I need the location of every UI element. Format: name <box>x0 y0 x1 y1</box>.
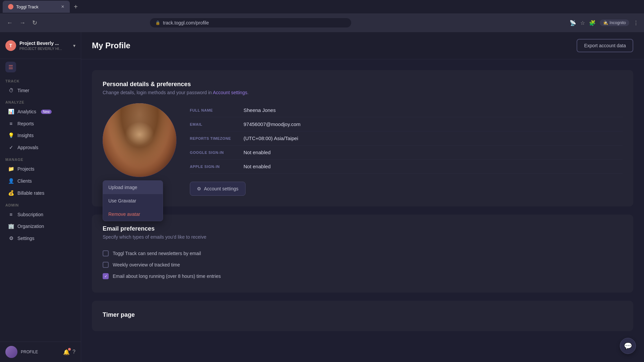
upload-image-option[interactable]: Upload image <box>103 181 163 194</box>
back-button[interactable]: ← <box>5 18 14 28</box>
sidebar-item-settings[interactable]: ⚙ Settings <box>3 233 78 244</box>
organization-icon: 🏢 <box>8 223 14 229</box>
timezone-value: (UTC+08:00) Asia/Taipei <box>244 135 623 141</box>
sidebar-footer: PROFILE 🔔 ? <box>0 342 81 362</box>
newsletter-checkbox[interactable] <box>103 250 109 256</box>
timezone-label: REPORTS TIMEZONE <box>190 136 244 140</box>
sidebar-item-projects[interactable]: 📁 Projects <box>3 163 78 175</box>
profile-label: PROFILE <box>21 350 38 354</box>
new-tab-button[interactable]: + <box>71 2 80 12</box>
tab-title: Toggl Track <box>16 4 38 9</box>
remove-avatar-option[interactable]: Remove avatar <box>103 207 163 221</box>
footer-icons: 🔔 ? <box>63 349 75 355</box>
address-bar[interactable]: 🔒 track.toggl.com/profile <box>150 18 351 27</box>
sidebar-item-analytics[interactable]: 📊 Analytics New <box>3 106 78 117</box>
toggle-sidebar-button[interactable]: ☰ <box>5 62 16 72</box>
chat-icon: 💬 <box>624 342 632 350</box>
timer-label: Timer <box>17 88 29 93</box>
refresh-button[interactable]: ↻ <box>31 18 39 28</box>
approvals-icon: ✓ <box>8 144 14 150</box>
settings-icon: ⚙ <box>8 235 14 241</box>
approvals-label: Approvals <box>17 145 38 150</box>
profile-fields: FULL NAME Sheena Jones EMAIL 97456007@mo… <box>190 103 623 196</box>
address-text: track.toggl.com/profile <box>163 20 209 25</box>
weekly-overview-checkbox-row: Weekly overview of tracked time <box>103 259 623 270</box>
email-label: EMAIL <box>190 122 244 126</box>
notification-bell-icon[interactable]: 🔔 <box>63 349 70 355</box>
extensions-icon[interactable]: 🧩 <box>589 20 596 26</box>
sidebar-item-organization[interactable]: 🏢 Organization <box>3 221 78 232</box>
personal-details-section: Personal details & preferences Change de… <box>92 70 633 206</box>
sidebar: T Project Beverly ... PROJECT BEVERLY HI… <box>0 32 81 362</box>
admin-section-label: ADMIN <box>0 199 81 208</box>
apple-signin-label: APPLE SIGN-IN <box>190 165 244 169</box>
menu-button[interactable]: ⋮ <box>633 20 639 26</box>
email-prefs-subtitle: Specify which types of emails you'd like… <box>103 234 623 240</box>
avatar-area: Upload image Use Gravatar Remove avatar <box>103 103 176 177</box>
long-running-checkbox-row: ✓ Email about long running (over 8 hours… <box>103 270 623 282</box>
sidebar-item-clients[interactable]: 👤 Clients <box>3 175 78 187</box>
browser-toolbar: ← → ↻ 🔒 track.toggl.com/profile 📡 ☆ 🧩 🕵 … <box>0 13 644 32</box>
billable-icon: 💰 <box>8 190 14 196</box>
projects-label: Projects <box>17 166 35 172</box>
security-icon: 🔒 <box>155 20 160 25</box>
use-gravatar-option[interactable]: Use Gravatar <box>103 194 163 207</box>
sidebar-item-billable[interactable]: 💰 Billable rates <box>3 187 78 199</box>
sidebar-header: T Project Beverly ... PROJECT BEVERLY HI… <box>0 32 81 59</box>
projects-icon: 📁 <box>8 166 14 172</box>
newsletter-label: Toggl Track can send newsletters by emai… <box>113 251 201 256</box>
sidebar-item-approvals[interactable]: ✓ Approvals <box>3 142 78 153</box>
avatar-large[interactable] <box>103 103 176 177</box>
active-tab[interactable]: Toggl Track ✕ <box>3 1 70 13</box>
full-name-value: Sheena Jones <box>244 107 623 113</box>
timezone-row: REPORTS TIMEZONE (UTC+08:00) Asia/Taipei <box>190 131 623 145</box>
weekly-overview-checkbox[interactable] <box>103 262 109 268</box>
analytics-icon: 📊 <box>8 109 14 115</box>
long-running-label: Email about long running (over 8 hours) … <box>113 274 221 279</box>
insights-label: Insights <box>17 133 34 138</box>
account-settings-link[interactable]: Account settings <box>213 90 247 95</box>
chevron-down-icon[interactable]: ▾ <box>73 43 75 48</box>
export-account-data-button[interactable]: Export account data <box>577 39 633 52</box>
cast-icon: 📡 <box>570 20 576 26</box>
analytics-label: Analytics <box>17 109 36 114</box>
user-avatar-small[interactable] <box>5 346 17 358</box>
account-settings-button[interactable]: ⚙ Account settings <box>190 182 246 196</box>
incognito-icon: 🕵 <box>603 20 608 25</box>
sidebar-item-insights[interactable]: 💡 Insights <box>3 130 78 141</box>
tab-close-button[interactable]: ✕ <box>61 4 64 9</box>
full-name-row: FULL NAME Sheena Jones <box>190 103 623 117</box>
forward-button[interactable]: → <box>18 18 27 28</box>
timer-icon: ⏱ <box>8 87 14 93</box>
email-preferences-section: Email preferences Specify which types of… <box>92 215 633 293</box>
timer-page-section: Timer page <box>92 301 633 331</box>
weekly-overview-label: Weekly overview of tracked time <box>113 262 180 267</box>
bookmark-icon[interactable]: ☆ <box>580 20 585 26</box>
long-running-checkbox[interactable]: ✓ <box>103 273 109 279</box>
incognito-badge: 🕵 Incognito <box>600 19 629 26</box>
reports-label: Reports <box>17 121 34 126</box>
chat-button[interactable]: 💬 <box>620 338 636 354</box>
reports-icon: ≡ <box>8 121 14 126</box>
sidebar-item-subscription[interactable]: ≡ Subscription <box>3 209 78 220</box>
project-sub: PROJECT BEVERLY HI... <box>19 47 70 51</box>
toolbar-icons: 📡 ☆ 🧩 🕵 Incognito ⋮ <box>570 19 639 26</box>
google-signin-row: GOOGLE SIGN-IN Not enabled <box>190 145 623 160</box>
tab-favicon <box>8 4 13 9</box>
personal-details-subtitle: Change details, login methods and your p… <box>103 90 623 95</box>
personal-details-title: Personal details & preferences <box>103 81 623 88</box>
page-title: My Profile <box>92 41 130 50</box>
email-value: 97456007@moodjoy.com <box>244 121 623 127</box>
sidebar-item-reports[interactable]: ≡ Reports <box>3 118 78 129</box>
project-name: Project Beverly ... <box>19 41 70 46</box>
sidebar-project: Project Beverly ... PROJECT BEVERLY HI..… <box>19 41 70 51</box>
sidebar-icon-row: ☰ <box>0 59 81 75</box>
avatar-photo <box>103 103 176 177</box>
profile-layout: Upload image Use Gravatar Remove avatar … <box>103 103 623 196</box>
sidebar-item-timer[interactable]: ⏱ Timer <box>3 85 78 96</box>
apple-signin-value: Not enabled <box>244 164 623 169</box>
newsletter-checkbox-row: Toggl Track can send newsletters by emai… <box>103 248 623 259</box>
full-name-label: FULL NAME <box>190 108 244 112</box>
help-icon[interactable]: ? <box>72 349 75 355</box>
timer-page-title: Timer page <box>103 311 623 318</box>
